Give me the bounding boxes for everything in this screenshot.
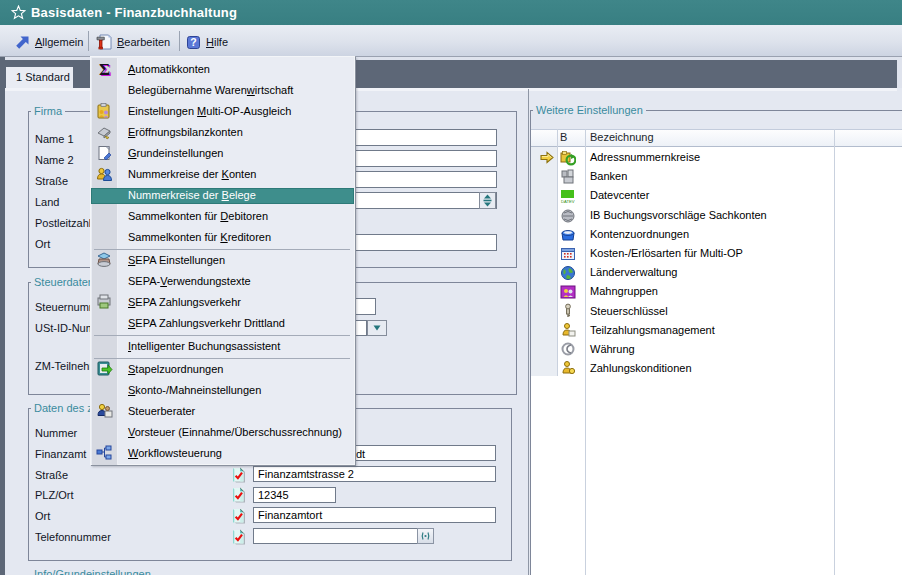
svg-text:DATEV: DATEV: [561, 199, 575, 204]
svg-text:?: ?: [190, 36, 196, 48]
svg-text:Σ: Σ: [99, 61, 110, 78]
